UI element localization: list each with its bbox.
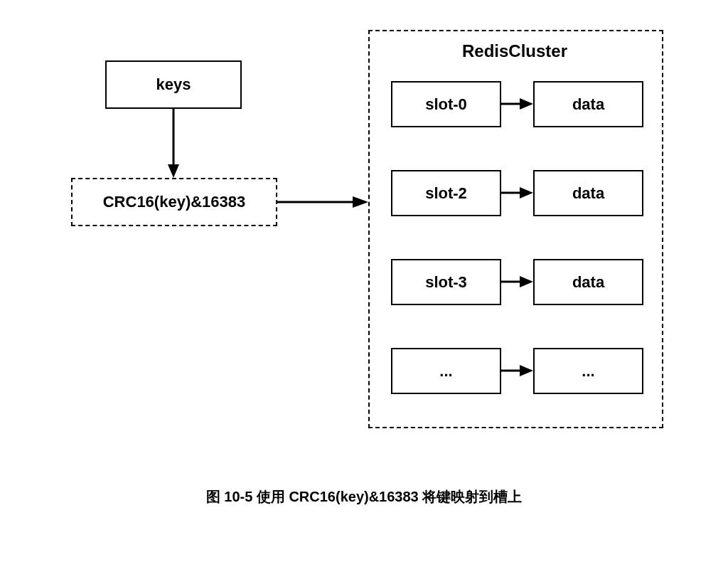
- slot-box-1: slot-2: [391, 170, 501, 216]
- slot-box-2: slot-3: [391, 259, 501, 305]
- data-label-3: ...: [582, 362, 594, 381]
- data-box-0: data: [533, 81, 643, 127]
- svg-marker-1: [168, 164, 179, 178]
- keys-label: keys: [156, 75, 191, 94]
- cluster-container: RedisCluster slot-0 data slot-2 data slo…: [368, 30, 663, 428]
- svg-marker-5: [520, 98, 533, 110]
- figure-caption: 图 10-5 使用 CRC16(key)&16383 将键映射到槽上: [0, 487, 728, 507]
- svg-marker-9: [520, 276, 533, 287]
- arrow-slot-0: [501, 104, 533, 105]
- data-label-1: data: [572, 184, 604, 203]
- data-label-2: data: [572, 273, 604, 292]
- slot-label-1: slot-2: [425, 184, 467, 203]
- arrow-keys-to-hash: [173, 109, 175, 178]
- svg-marker-11: [520, 365, 533, 376]
- cluster-title: RedisCluster: [462, 41, 567, 61]
- arrow-slot-3: [501, 371, 533, 372]
- arrow-slot-2: [501, 282, 533, 283]
- slot-label-3: ...: [439, 362, 452, 381]
- data-box-3: ...: [533, 348, 643, 394]
- slot-label-0: slot-0: [425, 95, 467, 114]
- data-label-0: data: [572, 95, 604, 114]
- data-box-1: data: [533, 170, 643, 216]
- slot-box-0: slot-0: [391, 81, 501, 127]
- data-box-2: data: [533, 259, 643, 305]
- svg-marker-7: [520, 187, 533, 198]
- slot-box-3: ...: [391, 348, 501, 394]
- arrow-hash-to-cluster: [277, 202, 368, 203]
- hash-box: CRC16(key)&16383: [71, 178, 277, 226]
- arrow-slot-1: [501, 193, 533, 194]
- keys-box: keys: [105, 60, 242, 109]
- hash-label: CRC16(key)&16383: [103, 193, 246, 211]
- slot-label-2: slot-3: [425, 273, 467, 292]
- svg-marker-3: [353, 196, 368, 208]
